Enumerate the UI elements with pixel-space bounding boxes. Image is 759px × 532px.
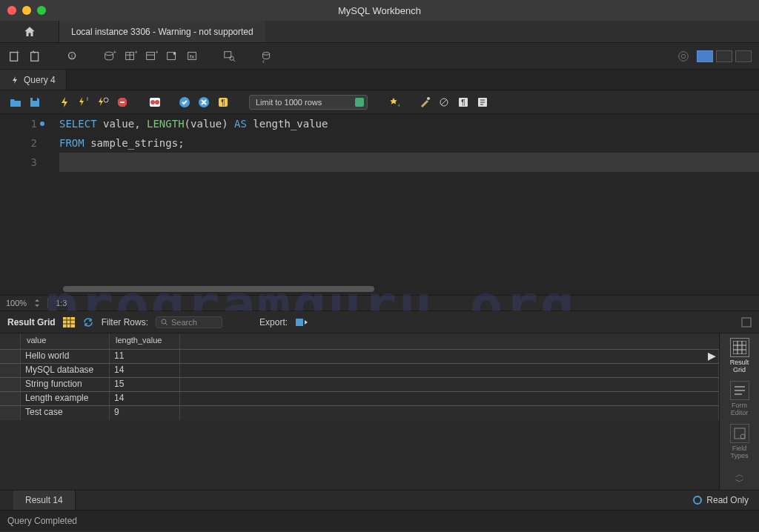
svg-text:¶: ¶ <box>221 99 225 107</box>
result-grid-label: Result Grid <box>7 317 56 327</box>
create-function-button[interactable]: fx <box>185 49 200 64</box>
create-view-button[interactable]: + <box>144 49 159 64</box>
svg-text:+: + <box>155 50 158 56</box>
field-types-view-button[interactable]: Field Types <box>730 424 749 459</box>
refresh-icon[interactable] <box>82 317 94 327</box>
search-table-button[interactable] <box>222 49 237 64</box>
expand-arrow-icon[interactable]: ▶ <box>708 350 716 362</box>
filter-rows-label: Filter Rows: <box>102 317 148 327</box>
wrap-cell-icon[interactable] <box>741 317 752 327</box>
cell-length[interactable]: 11 <box>110 350 180 363</box>
svg-rect-56 <box>735 386 745 388</box>
home-tab[interactable] <box>0 21 59 42</box>
svg-point-23 <box>681 54 685 58</box>
toggle-invisible-button[interactable] <box>437 96 451 109</box>
result-side-panel: Result Grid Form Editor Field Types ︿﹀ <box>719 333 759 490</box>
snippets-button[interactable] <box>476 96 489 109</box>
rollback-button[interactable] <box>197 96 211 109</box>
table-row[interactable]: Length example14 <box>0 392 719 406</box>
row-handle[interactable] <box>0 406 21 420</box>
table-row[interactable]: MySQL database14 <box>0 364 719 378</box>
zoom-level[interactable]: 100% <box>6 299 27 307</box>
col-header-length[interactable]: length_value <box>110 333 180 349</box>
toggle-right-panel-button[interactable] <box>735 50 752 62</box>
cell-length[interactable]: 14 <box>110 392 180 405</box>
stop-button[interactable] <box>116 96 129 109</box>
result-tab[interactable]: Result 14 <box>13 491 76 510</box>
connection-tab[interactable]: Local instance 3306 - Warning - not supp… <box>59 21 265 42</box>
read-only-icon <box>693 496 702 505</box>
form-editor-view-button[interactable]: Form Editor <box>730 381 749 416</box>
svg-text:fx: fx <box>190 53 194 59</box>
result-grid-view-button[interactable]: Result Grid <box>730 338 749 373</box>
export-icon[interactable] <box>295 316 308 328</box>
status-bar: Query Completed <box>0 511 759 531</box>
form-view-icon <box>730 381 749 400</box>
svg-point-26 <box>104 98 108 102</box>
grid-icon[interactable] <box>63 317 75 327</box>
create-schema-button[interactable]: + <box>102 49 117 64</box>
create-procedure-button[interactable] <box>165 49 179 64</box>
filter-rows-input[interactable]: Search <box>156 316 222 328</box>
open-file-button[interactable] <box>9 96 22 109</box>
reconnect-button[interactable] <box>259 49 274 64</box>
beautify-button[interactable]: + <box>387 96 400 109</box>
find-button[interactable] <box>418 96 431 109</box>
new-sql-tab-button[interactable]: + <box>7 49 22 64</box>
cell-value[interactable]: Hello world <box>21 350 110 363</box>
row-handle[interactable] <box>0 364 21 377</box>
query-tab[interactable]: Query 4 <box>0 70 67 90</box>
result-toolbar: Result Grid Filter Rows: Search Export: <box>0 311 759 333</box>
cell-length[interactable]: 14 <box>110 364 180 377</box>
toggle-whitespace-button[interactable]: ¶ <box>216 96 230 109</box>
cell-value[interactable]: Test case <box>21 406 110 420</box>
inspector-button[interactable]: i <box>65 49 80 64</box>
explain-button[interactable] <box>96 96 110 109</box>
limit-rows-select[interactable]: Limit to 1000 rows <box>249 95 368 110</box>
svg-rect-51 <box>733 341 746 354</box>
read-only-indicator: Read Only <box>683 491 759 510</box>
save-file-button[interactable] <box>28 96 42 109</box>
commit-button[interactable] <box>178 96 191 109</box>
svg-rect-50 <box>742 318 751 327</box>
svg-text:I: I <box>87 96 88 102</box>
result-grid[interactable]: value length_value Hello world11MySQL da… <box>0 333 719 490</box>
row-handle[interactable] <box>0 378 21 391</box>
zoom-stepper-icon[interactable] <box>34 299 40 307</box>
editor-horizontal-scrollbar[interactable] <box>63 286 374 292</box>
settings-button[interactable] <box>676 49 691 64</box>
svg-point-22 <box>679 51 689 61</box>
svg-text:+: + <box>397 102 400 108</box>
execute-button[interactable] <box>58 96 71 109</box>
svg-point-21 <box>263 52 270 55</box>
toggle-autocommit-button[interactable] <box>148 96 162 109</box>
toggle-left-panel-button[interactable] <box>697 50 713 62</box>
results-area: value length_value Hello world11MySQL da… <box>0 333 759 490</box>
cell-value[interactable]: String function <box>21 378 110 391</box>
execute-current-button[interactable]: I <box>77 96 90 109</box>
main-toolbar: + i + + + fx <box>0 43 759 70</box>
svg-point-36 <box>427 97 430 100</box>
svg-rect-11 <box>147 52 155 59</box>
svg-text:i: i <box>71 52 73 59</box>
cell-value[interactable]: Length example <box>21 392 110 405</box>
row-handle[interactable] <box>0 392 21 405</box>
svg-rect-2 <box>31 52 39 61</box>
table-row[interactable]: Test case9 <box>0 406 719 420</box>
sql-editor[interactable]: 1 2 3 SELECT value, LENGTH(value) AS len… <box>0 114 759 295</box>
table-row[interactable]: Hello world11 <box>0 350 719 364</box>
svg-line-38 <box>441 99 447 105</box>
side-panel-scroll-arrows[interactable]: ︿﹀ <box>735 471 744 485</box>
cursor-position: 1:3 <box>56 299 67 307</box>
toggle-bottom-panel-button[interactable] <box>716 50 732 62</box>
wrap-button[interactable]: ¶ <box>457 96 470 109</box>
open-sql-file-button[interactable] <box>28 49 43 64</box>
row-handle[interactable] <box>0 350 21 363</box>
cell-length[interactable]: 15 <box>110 378 180 391</box>
table-row[interactable]: String function15 <box>0 378 719 392</box>
create-table-button[interactable]: + <box>123 49 138 64</box>
cell-length[interactable]: 9 <box>110 406 180 420</box>
cell-value[interactable]: MySQL database <box>21 364 110 377</box>
col-header-value[interactable]: value <box>21 333 110 349</box>
code-area[interactable]: SELECT value, LENGTH(value) AS length_va… <box>44 114 759 295</box>
